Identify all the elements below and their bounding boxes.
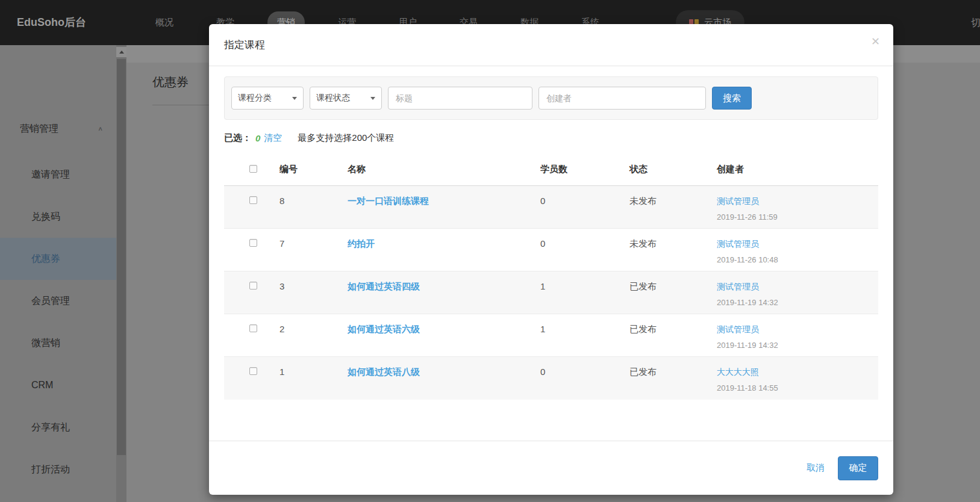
sidebar-item[interactable]: 兑换码 xyxy=(0,196,116,238)
status-label: 已发布 xyxy=(622,314,710,357)
assign-course-modal: 指定课程 ✕ 课程分类 课程状态 搜索 已选： 0 清空 最多支持选择200个课… xyxy=(209,24,893,495)
sidebar-item[interactable]: 会员管理 xyxy=(0,280,116,322)
creator-link[interactable]: 测试管理员 xyxy=(717,324,759,334)
column-header-name: 名称 xyxy=(340,152,533,186)
caret-down-icon xyxy=(370,97,375,100)
modal-header: 指定课程 ✕ xyxy=(209,24,893,66)
creator-link[interactable]: 大大大大照 xyxy=(717,367,759,377)
close-icon[interactable]: ✕ xyxy=(871,36,880,47)
table-row: 8 一对一口语训练课程 0 未发布 测试管理员 2019-11-26 11:59 xyxy=(224,186,878,229)
course-name-link[interactable]: 约拍开 xyxy=(348,238,375,249)
created-date: 2019-11-26 11:59 xyxy=(717,212,878,222)
scrollbar-thumb[interactable] xyxy=(117,59,126,455)
student-count: 1 xyxy=(533,271,622,314)
sidebar-item[interactable]: 微营销 xyxy=(0,322,116,364)
row-checkbox[interactable] xyxy=(249,324,257,332)
select-all-checkbox[interactable] xyxy=(249,165,257,173)
search-button[interactable]: 搜索 xyxy=(712,87,752,110)
student-count: 1 xyxy=(533,314,622,357)
course-name-link[interactable]: 如何通过英语六级 xyxy=(348,324,420,334)
status-label: 已发布 xyxy=(622,271,710,314)
course-category-select[interactable]: 课程分类 xyxy=(231,87,304,110)
course-name-link[interactable]: 一对一口语训练课程 xyxy=(348,196,429,206)
student-count: 0 xyxy=(533,186,622,229)
row-checkbox[interactable] xyxy=(249,367,257,375)
course-id: 1 xyxy=(272,357,340,400)
selected-count: 0 xyxy=(255,133,260,143)
table-header-row: 编号 名称 学员数 状态 创建者 xyxy=(224,152,878,186)
selection-limit-note: 最多支持选择200个课程 xyxy=(298,132,394,144)
sidebar-item[interactable]: 打折活动 xyxy=(0,448,116,491)
course-id: 8 xyxy=(272,186,340,229)
creator-search-input[interactable] xyxy=(538,87,706,110)
title-search-input[interactable] xyxy=(388,87,532,110)
created-date: 2019-11-19 14:32 xyxy=(717,298,878,307)
row-checkbox[interactable] xyxy=(249,239,257,247)
student-count: 0 xyxy=(533,357,622,400)
chevron-up-icon: ∧ xyxy=(98,125,103,132)
status-label: 未发布 xyxy=(622,229,710,271)
sidebar-group-marketing[interactable]: 营销管理 ∧ xyxy=(20,114,103,144)
row-checkbox[interactable] xyxy=(249,282,257,290)
sidebar-item[interactable]: 分享有礼 xyxy=(0,406,116,448)
selection-summary: 已选： 0 清空 最多支持选择200个课程 xyxy=(224,132,878,144)
sidebar-menu: 邀请管理兑换码优惠券会员管理微营销CRM分享有礼打折活动学习卡 xyxy=(0,153,116,502)
page-title: 优惠券 xyxy=(152,74,189,90)
creator-link[interactable]: 测试管理员 xyxy=(717,282,759,291)
created-date: 2019-11-26 10:48 xyxy=(717,255,878,264)
nav-item[interactable]: 概况 xyxy=(146,11,183,34)
status-label: 已发布 xyxy=(622,357,710,400)
sidebar-item[interactable]: 邀请管理 xyxy=(0,153,116,196)
sidebar-item[interactable]: 优惠券 xyxy=(0,238,116,280)
status-label: 未发布 xyxy=(622,186,710,229)
sidebar: 营销管理 ∧ 邀请管理兑换码优惠券会员管理微营销CRM分享有礼打折活动学习卡 xyxy=(0,45,116,502)
row-checkbox[interactable] xyxy=(249,196,257,204)
table-row: 1 如何通过英语八级 0 已发布 大大大大照 2019-11-18 14:55 xyxy=(224,357,878,400)
clear-selection-link[interactable]: 清空 xyxy=(264,132,282,144)
creator-link[interactable]: 测试管理员 xyxy=(717,239,759,249)
course-id: 2 xyxy=(272,314,340,357)
created-date: 2019-11-18 14:55 xyxy=(717,383,878,392)
course-status-select-value: 课程状态 xyxy=(316,93,350,104)
scrollbar-up-arrow-icon[interactable] xyxy=(116,47,126,57)
cancel-button[interactable]: 取消 xyxy=(807,462,825,474)
course-name-link[interactable]: 如何通过英语八级 xyxy=(348,367,420,377)
course-name-link[interactable]: 如何通过英语四级 xyxy=(348,281,420,291)
modal-title: 指定课程 xyxy=(224,38,265,52)
course-id: 3 xyxy=(272,271,340,314)
selected-label: 已选： xyxy=(224,132,251,144)
column-header-students: 学员数 xyxy=(533,152,622,186)
sidebar-item[interactable]: 学习卡 xyxy=(0,491,116,502)
column-header-creator: 创建者 xyxy=(710,152,878,186)
nav-right-partial-text[interactable]: 切 xyxy=(971,0,980,45)
caret-down-icon xyxy=(292,97,297,100)
filter-panel: 课程分类 课程状态 搜索 xyxy=(224,76,878,120)
sidebar-scrollbar[interactable] xyxy=(116,45,126,502)
modal-footer: 取消 确定 xyxy=(209,441,893,495)
course-table: 编号 名称 学员数 状态 创建者 8 一对一口语训练课程 0 未发布 测试管理员… xyxy=(224,152,878,400)
sidebar-item[interactable]: CRM xyxy=(0,364,116,406)
app-logo: EduSoho后台 xyxy=(17,0,86,45)
table-row: 2 如何通过英语六级 1 已发布 测试管理员 2019-11-19 14:32 xyxy=(224,314,878,357)
sidebar-group-label: 营销管理 xyxy=(20,123,58,135)
course-category-select-value: 课程分类 xyxy=(238,93,272,104)
confirm-button[interactable]: 确定 xyxy=(838,456,878,480)
course-id: 7 xyxy=(272,229,340,271)
course-status-select[interactable]: 课程状态 xyxy=(310,87,382,110)
table-row: 7 约拍开 0 未发布 测试管理员 2019-11-26 10:48 xyxy=(224,229,878,271)
column-header-id: 编号 xyxy=(272,152,340,186)
created-date: 2019-11-19 14:32 xyxy=(717,341,878,350)
table-row: 3 如何通过英语四级 1 已发布 测试管理员 2019-11-19 14:32 xyxy=(224,271,878,314)
column-header-status: 状态 xyxy=(622,152,710,186)
modal-body: 课程分类 课程状态 搜索 已选： 0 清空 最多支持选择200个课程 编号 xyxy=(209,66,893,400)
student-count: 0 xyxy=(533,229,622,271)
creator-link[interactable]: 测试管理员 xyxy=(717,196,759,206)
